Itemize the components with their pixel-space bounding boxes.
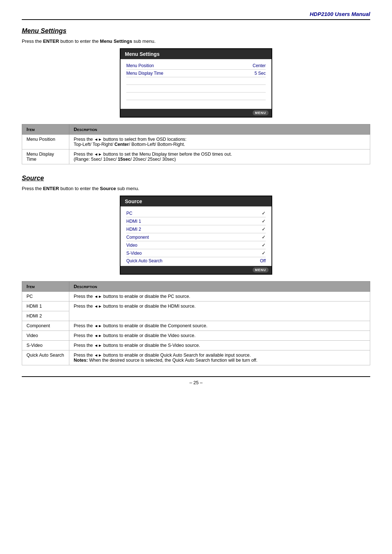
menu-settings-osd: Menu Settings Menu Position Center Menu … xyxy=(120,48,272,118)
desc-pc: Press the ◄► buttons to enable or disabl… xyxy=(69,292,370,301)
osd-row-quick-auto-search: Quick Auto Search Off xyxy=(126,257,266,264)
item-component: Component xyxy=(22,321,69,331)
page-footer: – 25 – xyxy=(22,376,370,385)
table-row: Menu Position Press the ◄► buttons to se… xyxy=(22,135,370,149)
table-header-item-2: Item xyxy=(22,282,69,292)
osd-label-video: Video xyxy=(126,243,137,248)
desc-svideo: Press the ◄► buttons to enable or disabl… xyxy=(69,341,370,350)
osd-value-menu-display-time: 5 Sec xyxy=(254,71,266,76)
desc-menu-position: Press the ◄► buttons to select from five… xyxy=(69,135,370,149)
osd-row-empty-1 xyxy=(126,77,266,85)
item-hdmi2: HDMI 2 xyxy=(22,311,69,321)
page-header: HDP2100 Users Manual xyxy=(22,11,370,20)
osd-label-component: Component xyxy=(126,235,149,240)
osd-label-pc: PC xyxy=(126,211,132,216)
osd-label-hdmi1: HDMI 1 xyxy=(126,219,141,224)
menu-button-label-1: MENU xyxy=(253,110,269,115)
source-keyword: Source xyxy=(100,186,116,191)
table-row: Video Press the ◄► buttons to enable or … xyxy=(22,331,370,341)
table-header-desc-2: Description xyxy=(69,282,370,292)
osd-label-menu-position: Menu Position xyxy=(126,63,154,68)
arrow-svideo: ◄► xyxy=(94,343,102,348)
table-row: Menu Display Time Press the ◄► buttons t… xyxy=(22,149,370,164)
osd-footer-source: MENU xyxy=(121,266,271,274)
enter-keyword-1: ENTER xyxy=(43,38,59,44)
menu-settings-intro: Press the ENTER button to enter the Menu… xyxy=(22,38,370,44)
osd-label-hdmi2: HDMI 2 xyxy=(126,227,141,232)
osd-row-menu-position: Menu Position Center xyxy=(126,62,266,70)
osd-check-hdmi2: ✓ xyxy=(262,226,266,232)
desc-video: Press the ◄► buttons to enable or disabl… xyxy=(69,331,370,341)
menu-settings-title: Menu Settings xyxy=(22,27,370,35)
osd-row-pc: PC ✓ xyxy=(126,209,266,217)
item-menu-position: Menu Position xyxy=(22,135,69,149)
osd-label-svideo: S-Video xyxy=(126,251,142,256)
menu-button-label-2: MENU xyxy=(253,267,269,272)
osd-check-hdmi1: ✓ xyxy=(262,218,266,224)
page-number: – 25 – xyxy=(189,380,203,385)
table-row: HDMI 1 Press the ◄► buttons to enable or… xyxy=(22,301,370,311)
osd-body-source: PC ✓ HDMI 1 ✓ HDMI 2 ✓ Component ✓ Video… xyxy=(121,206,271,266)
menu-settings-keyword: Menu Settings xyxy=(100,38,132,44)
table-row: Quick Auto Search Press the ◄► buttons t… xyxy=(22,350,370,365)
osd-header-menu: Menu Settings xyxy=(121,49,271,59)
osd-row-svideo: S-Video ✓ xyxy=(126,249,266,257)
osd-check-video: ✓ xyxy=(262,242,266,248)
arrow-pc: ◄► xyxy=(94,294,102,299)
center-bold: Center xyxy=(114,142,129,147)
osd-check-component: ✓ xyxy=(262,234,266,240)
desc-hdmi: Press the ◄► buttons to enable or disabl… xyxy=(69,301,370,321)
osd-row-video: Video ✓ xyxy=(126,241,266,249)
menu-settings-table: Item Description Menu Position Press the… xyxy=(22,124,370,164)
osd-row-hdmi1: HDMI 1 ✓ xyxy=(126,217,266,225)
item-svideo: S-Video xyxy=(22,341,69,350)
source-osd: Source PC ✓ HDMI 1 ✓ HDMI 2 ✓ Component … xyxy=(120,196,272,275)
item-menu-display-time: Menu Display Time xyxy=(22,149,69,164)
osd-row-component: Component ✓ xyxy=(126,233,266,241)
table-header-item-1: Item xyxy=(22,124,69,135)
desc-quick-auto-search: Press the ◄► buttons to enable or disabl… xyxy=(69,350,370,365)
arrow-hdmi: ◄► xyxy=(94,304,102,308)
osd-body-menu: Menu Position Center Menu Display Time 5… xyxy=(121,59,271,109)
osd-row-empty-3 xyxy=(126,93,266,100)
arrow-component: ◄► xyxy=(94,324,102,328)
arrow-icon-left-2: ◄► xyxy=(94,152,102,156)
table-header-desc-1: Description xyxy=(69,124,370,135)
osd-label-quick-auto-search: Quick Auto Search xyxy=(126,258,162,263)
osd-value-menu-position: Center xyxy=(253,63,266,68)
table-row: PC Press the ◄► buttons to enable or dis… xyxy=(22,292,370,301)
source-table: Item Description PC Press the ◄► buttons… xyxy=(22,281,370,365)
osd-check-pc: ✓ xyxy=(262,210,266,216)
item-pc: PC xyxy=(22,292,69,301)
table-row: S-Video Press the ◄► buttons to enable o… xyxy=(22,341,370,350)
osd-value-quick-auto-search: Off xyxy=(260,258,266,263)
osd-row-hdmi2: HDMI 2 ✓ xyxy=(126,225,266,233)
enter-keyword-2: ENTER xyxy=(43,186,59,191)
osd-label-menu-display-time: Menu Display Time xyxy=(126,71,163,76)
menu-settings-section: Menu Settings Press the ENTER button to … xyxy=(22,27,370,164)
osd-header-source: Source xyxy=(121,196,271,206)
notes-label: Notes: xyxy=(74,358,88,363)
item-hdmi1: HDMI 1 xyxy=(22,301,69,311)
arrow-video: ◄► xyxy=(94,333,102,338)
osd-row-empty-4 xyxy=(126,100,266,107)
source-section: Source Press the ENTER button to enter t… xyxy=(22,175,370,365)
15sec-bold: 15sec xyxy=(118,157,131,162)
item-quick-auto-search: Quick Auto Search xyxy=(22,350,69,365)
manual-title: HDP2100 Users Manual xyxy=(310,11,370,17)
table-row: Component Press the ◄► buttons to enable… xyxy=(22,321,370,331)
source-intro: Press the ENTER button to enter the Sour… xyxy=(22,186,370,191)
item-video: Video xyxy=(22,331,69,341)
osd-row-empty-2 xyxy=(126,85,266,93)
desc-component: Press the ◄► buttons to enable or disabl… xyxy=(69,321,370,331)
desc-menu-display-time: Press the ◄► buttons to set the Menu Dis… xyxy=(69,149,370,164)
arrow-qas: ◄► xyxy=(94,353,102,357)
source-title: Source xyxy=(22,175,370,182)
osd-row-menu-display-time: Menu Display Time 5 Sec xyxy=(126,70,266,77)
osd-footer-menu: MENU xyxy=(121,109,271,117)
arrow-icon-left: ◄► xyxy=(94,137,102,141)
osd-check-svideo: ✓ xyxy=(262,250,266,256)
